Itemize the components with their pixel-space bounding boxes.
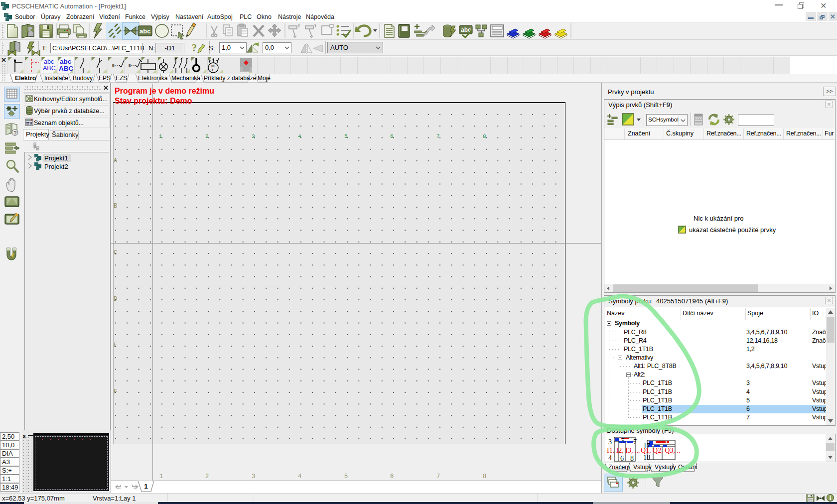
svg-text:Vstupy: Vstupy bbox=[633, 464, 652, 471]
svg-text:Mechanika: Mechanika bbox=[171, 75, 200, 82]
svg-text:Budovy: Budovy bbox=[73, 75, 93, 82]
svg-text:8: 8 bbox=[630, 455, 634, 462]
svg-text:Výstupy: Výstupy bbox=[655, 464, 676, 471]
svg-text:3: 3 bbox=[608, 438, 612, 446]
svg-text:EZS: EZS bbox=[116, 75, 127, 82]
svg-text:E: E bbox=[112, 64, 115, 67]
svg-text:Ostatní: Ostatní bbox=[678, 464, 698, 471]
svg-text:Příklady z databáze: Příklady z databáze bbox=[204, 75, 257, 82]
svg-text:abc: abc bbox=[140, 27, 150, 35]
svg-text:?: ? bbox=[14, 130, 17, 136]
svg-text:Elektro: Elektro bbox=[15, 75, 36, 82]
svg-text:Moje: Moje bbox=[258, 75, 271, 82]
svg-text:?: ? bbox=[192, 42, 197, 53]
svg-text:Q1, Q2, Q3, ..: Q1, Q2, Q3, .. bbox=[641, 447, 680, 454]
svg-text:1: 1 bbox=[144, 483, 148, 490]
svg-text:Elektronika: Elektronika bbox=[138, 75, 168, 82]
svg-text:7: 7 bbox=[633, 438, 637, 446]
svg-text:ABC: ABC bbox=[43, 65, 56, 72]
svg-text:I1, I2, I3, ...: I1, I2, I3, ... bbox=[607, 447, 640, 454]
svg-text:4: 4 bbox=[608, 454, 612, 462]
svg-text:18: 18 bbox=[643, 454, 650, 461]
svg-text:abc: abc bbox=[60, 58, 72, 65]
svg-text:EPS: EPS bbox=[99, 75, 111, 82]
svg-text:abc: abc bbox=[44, 58, 54, 65]
svg-text:3~: 3~ bbox=[211, 68, 215, 72]
svg-text:ABC: ABC bbox=[59, 65, 73, 72]
svg-text:E: E bbox=[129, 64, 131, 67]
svg-text:5: 5 bbox=[621, 437, 625, 445]
svg-text:6: 6 bbox=[620, 455, 624, 462]
svg-text:Instalace: Instalace bbox=[44, 75, 68, 82]
svg-text:Značení: Značení bbox=[608, 464, 630, 471]
